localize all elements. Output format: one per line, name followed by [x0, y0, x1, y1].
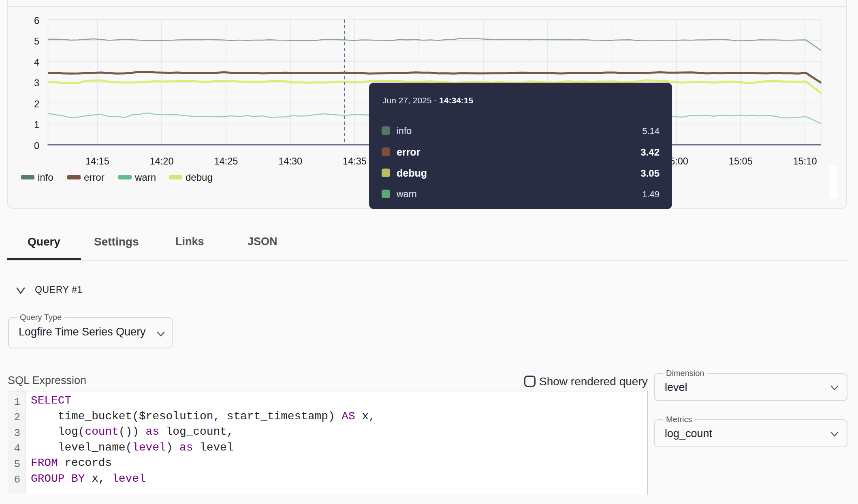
svg-text:4: 4 [34, 57, 39, 68]
svg-text:2: 2 [34, 99, 39, 109]
svg-text:0: 0 [34, 141, 39, 151]
svg-text:3: 3 [34, 78, 39, 88]
svg-text:debug: debug [186, 172, 213, 183]
svg-text:6: 6 [34, 15, 39, 26]
svg-text:1: 1 [34, 120, 39, 130]
svg-text:15:10: 15:10 [793, 156, 817, 167]
svg-text:5: 5 [34, 36, 39, 47]
svg-text:error: error [84, 172, 105, 183]
svg-text:warn: warn [134, 172, 156, 183]
svg-text:14:15: 14:15 [85, 156, 109, 167]
svg-text:14:35: 14:35 [343, 156, 367, 167]
svg-text:14:25: 14:25 [214, 156, 238, 167]
svg-text:14:20: 14:20 [150, 156, 174, 167]
svg-text:14:30: 14:30 [278, 156, 302, 167]
svg-text:15:05: 15:05 [729, 156, 753, 167]
svg-text:info: info [38, 172, 53, 183]
